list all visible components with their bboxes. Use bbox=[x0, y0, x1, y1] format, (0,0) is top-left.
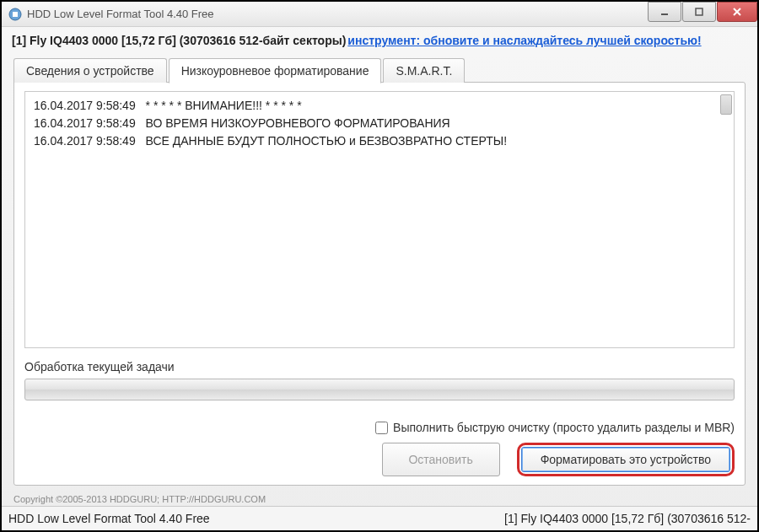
progress-bar bbox=[24, 379, 735, 400]
tab-smart[interactable]: S.M.A.R.T. bbox=[383, 58, 465, 83]
tab-low-level-format[interactable]: Низкоуровневое форматирование bbox=[169, 58, 382, 83]
progress-label: Обработка текущей задачи bbox=[24, 360, 735, 373]
tab-row: Сведения о устройстве Низкоуровневое фор… bbox=[13, 57, 746, 83]
button-row: Остановить Форматировать это устройство bbox=[24, 443, 735, 476]
log-message: ВСЕ ДАННЫЕ БУДУТ ПОЛНОСТЬЮ и БЕЗВОЗВРАТН… bbox=[146, 134, 507, 148]
main-area: Сведения о устройстве Низкоуровневое фор… bbox=[2, 51, 757, 491]
scrollbar-thumb[interactable] bbox=[720, 94, 732, 115]
statusbar-right: [1] Fly IQ4403 0000 [15,72 Гб] (30703616… bbox=[504, 512, 751, 525]
log-message: ВО ВРЕМЯ НИЗКОУРОВНЕВОГО ФОРМАТИРОВАНИЯ bbox=[146, 116, 450, 130]
log-output[interactable]: 16.04.2017 9:58:49 * * * * * ВНИМАНИЕ!!!… bbox=[24, 91, 735, 348]
device-summary: [1] Fly IQ4403 0000 [15,72 Гб] (30703616… bbox=[12, 34, 346, 47]
log-line: 16.04.2017 9:58:49 ВО ВРЕМЯ НИЗКОУРОВНЕВ… bbox=[34, 115, 725, 132]
window-title: HDD Low Level Format Tool 4.40 Free bbox=[27, 8, 647, 20]
highlight-ring: Форматировать это устройство bbox=[517, 443, 735, 476]
window-controls bbox=[647, 2, 757, 22]
format-device-button[interactable]: Форматировать это устройство bbox=[521, 447, 730, 472]
log-line: 16.04.2017 9:58:49 ВСЕ ДАННЫЕ БУДУТ ПОЛН… bbox=[34, 132, 725, 150]
maximize-button[interactable] bbox=[682, 2, 716, 22]
quick-wipe-checkbox[interactable] bbox=[375, 422, 388, 434]
device-info-bar: [1] Fly IQ4403 0000 [15,72 Гб] (30703616… bbox=[2, 27, 757, 51]
quick-wipe-label[interactable]: Выполнить быструю очистку (просто удалит… bbox=[393, 421, 735, 434]
statusbar: HDD Low Level Format Tool 4.40 Free [1] … bbox=[2, 506, 757, 530]
log-message: * * * * * ВНИМАНИЕ!!! * * * * * bbox=[146, 99, 302, 112]
minimize-button[interactable] bbox=[648, 2, 681, 22]
log-timestamp: 16.04.2017 9:58:49 bbox=[34, 116, 136, 130]
quick-wipe-row: Выполнить быструю очистку (просто удалит… bbox=[24, 421, 735, 434]
close-button[interactable] bbox=[717, 2, 757, 22]
titlebar: HDD Low Level Format Tool 4.40 Free bbox=[2, 2, 757, 27]
svg-rect-3 bbox=[696, 8, 702, 15]
stop-button[interactable]: Остановить bbox=[382, 443, 500, 476]
log-timestamp: 16.04.2017 9:58:49 bbox=[34, 99, 136, 112]
statusbar-left: HDD Low Level Format Tool 4.40 Free bbox=[8, 512, 504, 525]
tab-device-info[interactable]: Сведения о устройстве bbox=[13, 58, 167, 83]
log-line: 16.04.2017 9:58:49 * * * * * ВНИМАНИЕ!!!… bbox=[34, 97, 725, 115]
tab-panel-low-level: 16.04.2017 9:58:49 * * * * * ВНИМАНИЕ!!!… bbox=[13, 82, 746, 486]
app-icon bbox=[8, 8, 22, 21]
svg-rect-1 bbox=[13, 12, 18, 17]
main-window: HDD Low Level Format Tool 4.40 Free [1] … bbox=[2, 2, 757, 530]
svg-rect-2 bbox=[661, 13, 668, 15]
log-timestamp: 16.04.2017 9:58:49 bbox=[34, 134, 136, 148]
copyright-text: Copyright ©2005-2013 HDDGURU; HTTP://HDD… bbox=[2, 491, 757, 506]
upgrade-link[interactable]: инструмент: обновите и наслаждайтесь луч… bbox=[347, 34, 701, 47]
